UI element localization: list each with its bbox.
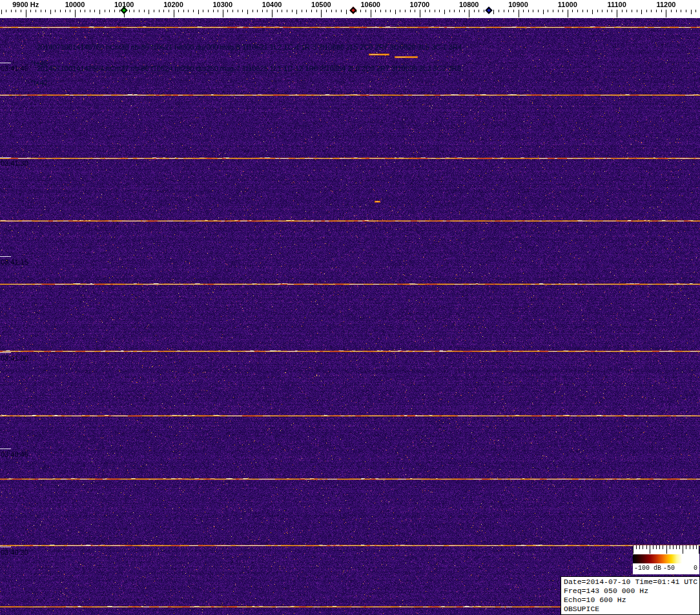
info-line: Freq=143 050 000 Hz xyxy=(564,587,699,596)
info-line: Echo=10 600 Hz xyxy=(564,596,699,605)
info-line: OBSUPICE xyxy=(564,605,699,614)
frequency-ruler[interactable]: 9900 Hz100001010010200103001040010500106… xyxy=(0,0,700,18)
spectrogram-waterfall[interactable] xyxy=(0,18,700,615)
freq-tick-label: 10600 xyxy=(360,1,380,8)
colorbar-ruler-ticks xyxy=(633,545,699,554)
freq-tick-label: 10400 xyxy=(262,1,282,8)
colorbar: -100 dB -50 0 xyxy=(633,545,699,574)
freq-tick-label: 10800 xyxy=(459,1,479,8)
freq-tick-label: 10200 xyxy=(163,1,183,8)
spectrogram-app: 9900 Hz100001010010200103001040010500106… xyxy=(0,0,700,615)
colorbar-label-min: -100 dB xyxy=(634,565,661,572)
colorbar-label-max: 0 xyxy=(694,565,697,572)
freq-tick-label: 10300 xyxy=(213,1,233,8)
freq-tick-label: 10500 xyxy=(311,1,331,8)
freq-tick-label: 11200 xyxy=(656,1,675,8)
colorbar-gradient xyxy=(633,554,699,563)
freq-tick-label: 9900 Hz xyxy=(12,1,39,8)
freq-tick-label: 10000 xyxy=(65,1,85,8)
status-info-box: Date=2014-07-10 Time=01:41 UTCFreq=143 0… xyxy=(561,576,700,615)
freq-tick-label: 10700 xyxy=(410,1,430,8)
info-line: Date=2014-07-10 Time=01:41 UTC xyxy=(564,578,699,587)
colorbar-label-mid: -50 xyxy=(663,565,675,572)
freq-tick-label: 10900 xyxy=(508,1,528,8)
freq-tick-label: 11000 xyxy=(558,1,577,8)
colorbar-labels: -100 dB -50 0 xyxy=(633,563,699,574)
freq-tick-label: 11100 xyxy=(607,1,626,8)
